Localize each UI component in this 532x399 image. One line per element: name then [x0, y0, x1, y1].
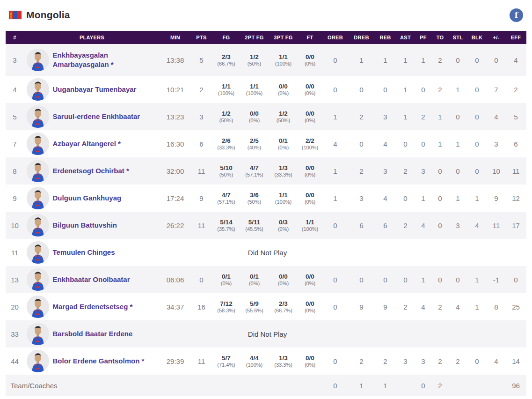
facebook-share-button[interactable]: f	[510, 8, 523, 22]
player-name-link[interactable]: Margad Erdenetsetseg *	[52, 303, 132, 310]
player-name-link[interactable]: Barsbold Baatar Erdene	[52, 330, 132, 338]
3pt-fg-cell: 1/1(100%)	[269, 44, 298, 76]
oreb-cell: 0	[322, 266, 349, 293]
pf-cell: 3	[415, 157, 432, 185]
fg-cell-made-attempted: 5/7	[213, 355, 240, 362]
dreb-cell: 1	[349, 44, 375, 76]
2pt-fg-cell: 1/1(100%)	[240, 76, 269, 103]
fg-cell: 5/14(35.7%)	[213, 212, 240, 239]
player-name-link[interactable]: Bilguun Battuvshin	[52, 221, 117, 229]
player-row: 13 Enkhbaatar Onolbaatar06:0600/1(0%)0/1…	[6, 266, 526, 293]
reb-cell	[375, 320, 396, 347]
player-name-cell: Uuganbayar Tumenbayar	[52, 76, 160, 103]
stl-cell: 0	[449, 103, 467, 130]
pm-cell: 8	[487, 293, 506, 320]
minutes-cell: 26:22	[160, 212, 190, 239]
2pt-fg-cell: 1/2(50%)	[240, 44, 269, 76]
col-header-blk: BLK	[467, 31, 487, 44]
col-header-eff: EFF	[506, 31, 526, 44]
points-cell: 3	[190, 103, 213, 130]
fg-cell: 1/1(100%)	[213, 76, 240, 103]
eff-cell: 25	[506, 293, 526, 320]
3pt-fg-cell-percentage: (33.3%)	[269, 172, 298, 178]
3pt-fg-cell-percentage: (0%)	[269, 281, 298, 287]
jersey-number: 8	[6, 157, 23, 185]
ast-cell: 2	[396, 157, 415, 185]
eff-cell	[506, 320, 526, 347]
mongolia-flag-icon	[9, 11, 22, 19]
fg-cell-made-attempted: 0/1	[213, 273, 240, 281]
player-name-cell: Enkhbaatar Onolbaatar	[52, 266, 160, 293]
3pt-fg-cell-made-attempted: 0/0	[269, 273, 298, 281]
ft-cell: 0/0(0%)	[298, 103, 322, 130]
ft-cell-made-attempted: 0/0	[298, 192, 322, 199]
2pt-fg-cell-percentage: (0%)	[240, 118, 269, 124]
pf-cell: 2	[415, 103, 432, 130]
reb-cell: 4	[375, 185, 396, 212]
player-name-cell: Margad Erdenetsetseg *	[52, 293, 160, 320]
ft-cell-made-attempted: 0/0	[298, 53, 322, 61]
2pt-fg-cell-made-attempted: 0/1	[240, 273, 269, 281]
col-header-col: +/-	[487, 31, 506, 44]
player-row: 8 Erdenetsogt Ochirbat *32:00115/10(50%)…	[6, 157, 526, 185]
fg-cell: 0/1(0%)	[213, 266, 240, 293]
fg-cell: 5/10(50%)	[213, 157, 240, 185]
reb-cell: 1	[375, 375, 396, 396]
ft-cell-made-attempted: 0/0	[298, 300, 322, 308]
minutes-cell: 10:21	[160, 76, 190, 103]
team-header: Mongolia f	[4, 6, 528, 23]
col-header-players: PLAYERS	[23, 31, 160, 44]
player-avatar	[27, 160, 49, 182]
eff-cell: 11	[506, 157, 526, 185]
player-name-link[interactable]: Azbayar Altangerel *	[52, 140, 120, 148]
player-avatar-cell	[23, 103, 52, 130]
pf-cell: 19	[415, 396, 432, 399]
stl-cell	[449, 239, 467, 266]
3pt-fg-cell: 2/3(66.7%)	[269, 293, 298, 320]
fg2-cell	[240, 375, 269, 396]
stl-cell: 1	[449, 185, 467, 212]
player-avatar-cell	[23, 130, 52, 157]
ft-cell-made-attempted: 0/0	[298, 355, 322, 362]
3pt-fg-cell-percentage: (0%)	[269, 226, 298, 232]
fg-cell: 32/63(50.8%)	[213, 396, 240, 399]
stl-cell	[449, 320, 467, 347]
jersey-number: 5	[6, 103, 23, 130]
ft-cell-percentage: (100%)	[298, 226, 322, 232]
ft-cell-percentage: (0%)	[298, 281, 322, 287]
pm-cell	[487, 239, 506, 266]
2pt-fg-cell-made-attempted: 4/7	[240, 164, 269, 172]
player-name-cell: Erdenetsogt Ochirbat *	[52, 157, 160, 185]
player-name-link[interactable]: Dulguun Gankhuyag	[52, 194, 121, 202]
player-name-link[interactable]: Temuulen Chinges	[52, 248, 115, 256]
pts-cell	[190, 375, 213, 396]
fg-cell: 2/6(33.3%)	[213, 130, 240, 157]
reb-cell: 0	[375, 266, 396, 293]
fg-cell-percentage: (35.7%)	[213, 226, 240, 232]
fg-cell-made-attempted: 5/10	[213, 164, 240, 172]
player-avatar	[27, 268, 49, 291]
player-name-link[interactable]: Enkhbaatar Onolbaatar	[52, 275, 130, 283]
player-name-link[interactable]: Erdenetsogt Ochirbat *	[52, 167, 129, 175]
minutes-cell: 13:38	[160, 44, 190, 76]
player-name-link[interactable]: Bolor Erdene Gantsolmon *	[52, 357, 144, 365]
player-avatar	[27, 187, 49, 209]
oreb-cell: 4	[322, 130, 349, 157]
col-header-to: TO	[432, 31, 449, 44]
to-cell	[432, 239, 449, 266]
player-name-link[interactable]: Enkhbayasgalan Amarbayasgalan *	[52, 51, 113, 68]
player-name-link[interactable]: Uuganbayar Tumenbayar	[52, 85, 136, 93]
total-label: TOTAL	[6, 396, 160, 399]
fg-cell: 4/7(57.1%)	[213, 185, 240, 212]
3pt-fg-cell-made-attempted: 2/3	[269, 300, 298, 308]
jersey-number: 4	[6, 76, 23, 103]
player-name-link[interactable]: Saruul-erdene Enkhbaatar	[52, 112, 140, 120]
oreb-cell: 1	[322, 185, 349, 212]
player-name-cell: Bilguun Battuvshin	[52, 212, 160, 239]
player-avatar-cell	[23, 293, 52, 320]
fg-cell: 7/12(58.3%)	[213, 293, 240, 320]
stl-cell: 0	[449, 157, 467, 185]
points-cell: 74	[190, 396, 213, 399]
fg-cell-percentage: (33.3%)	[213, 145, 240, 151]
3pt-fg-cell: 1/2(50%)	[269, 103, 298, 130]
